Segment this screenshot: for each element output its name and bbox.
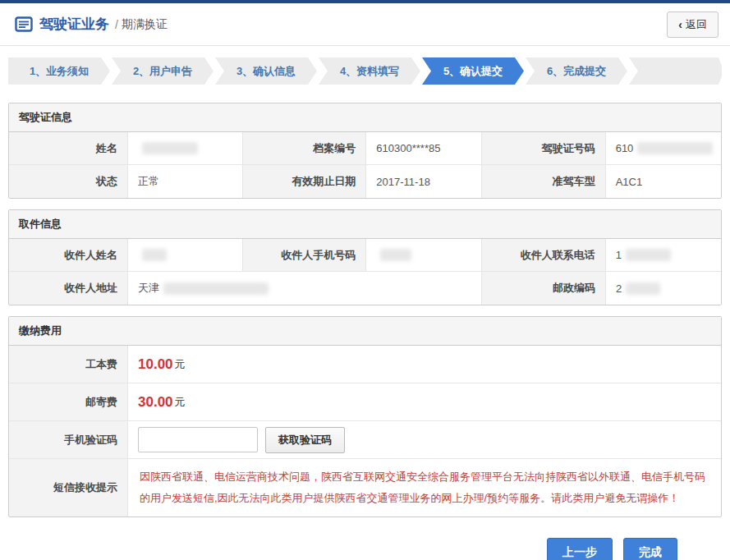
license-number-value: 610 bbox=[606, 132, 721, 165]
production-fee-value: 10.00 元 bbox=[128, 346, 721, 383]
step-label: 1、业务须知 bbox=[30, 64, 89, 79]
step-wizard: 1、业务须知 2、用户申告 3、确认信息 4、资料填写 5、确认提交 6、完成提… bbox=[8, 57, 722, 85]
sms-notice-text: 因陕西省联通、电信运营商技术问题，陕西省互联网交通安全综合服务管理平台无法向持陕… bbox=[128, 459, 721, 516]
table-row: 邮寄费 30.00 元 bbox=[9, 383, 721, 421]
recipient-address-value: 天津 bbox=[128, 272, 482, 305]
redaction-blur bbox=[380, 249, 411, 261]
get-sms-code-button[interactable]: 获取验证码 bbox=[265, 427, 345, 453]
table-row: 短信接收提示 因陕西省联通、电信运营商技术问题，陕西省互联网交通安全综合服务管理… bbox=[9, 459, 721, 516]
finish-button[interactable]: 完成 bbox=[623, 538, 677, 560]
recipient-phone-value: 1 bbox=[606, 239, 721, 272]
file-number-label: 档案编号 bbox=[243, 132, 366, 165]
page-title: 驾驶证业务 bbox=[39, 15, 109, 34]
table-row: 姓名 档案编号 610300****85 驾驶证号码 610 bbox=[9, 132, 721, 165]
step-label: 2、用户申告 bbox=[133, 64, 192, 79]
previous-step-button[interactable]: 上一步 bbox=[547, 538, 613, 560]
status-label: 状态 bbox=[9, 165, 128, 198]
table-row: 手机验证码 获取验证码 bbox=[9, 421, 721, 459]
fees-section: 缴纳费用 工本费 10.00 元 邮寄费 30.00 元 手机验证码 获取验证码… bbox=[8, 316, 722, 517]
pickup-info-section-title: 取件信息 bbox=[9, 210, 721, 239]
pickup-info-section: 取件信息 收件人姓名 收件人手机号码 收件人联系电话 1 收件人地址 天津 邮政… bbox=[8, 209, 722, 305]
breadcrumb-current: 期满换证 bbox=[122, 17, 168, 32]
sms-notice-label: 短信接收提示 bbox=[9, 459, 128, 516]
step-6-complete-submit[interactable]: 6、完成提交 bbox=[526, 57, 627, 85]
step-label: 4、资料填写 bbox=[340, 64, 399, 79]
redaction-blur bbox=[637, 142, 713, 154]
recipient-name-value bbox=[128, 239, 243, 272]
production-fee-unit: 元 bbox=[175, 357, 186, 372]
recipient-address-label: 收件人地址 bbox=[9, 272, 128, 305]
production-fee-amount: 10.00 bbox=[138, 356, 173, 373]
postage-fee-value: 30.00 元 bbox=[128, 383, 721, 421]
vehicle-class-value: A1C1 bbox=[606, 165, 721, 198]
step-5-confirm-submit[interactable]: 5、确认提交 bbox=[422, 57, 524, 85]
step-label: 6、完成提交 bbox=[547, 64, 606, 79]
license-info-section-title: 驾驶证信息 bbox=[9, 103, 721, 132]
postage-fee-amount: 30.00 bbox=[138, 394, 173, 411]
recipient-name-label: 收件人姓名 bbox=[9, 239, 128, 272]
page-header: 驾驶证业务 / 期满换证 ‹ 返回 bbox=[0, 3, 730, 46]
back-button-label: 返回 bbox=[686, 17, 707, 32]
step-label: 3、确认信息 bbox=[236, 64, 296, 79]
name-value bbox=[128, 132, 243, 165]
postal-code-value: 2 bbox=[606, 272, 721, 305]
redaction-blur bbox=[142, 249, 167, 261]
table-row: 收件人姓名 收件人手机号码 收件人联系电话 1 bbox=[9, 239, 721, 272]
fees-section-title: 缴纳费用 bbox=[9, 317, 721, 346]
production-fee-label: 工本费 bbox=[9, 346, 128, 383]
table-row: 工本费 10.00 元 bbox=[9, 346, 721, 383]
postage-fee-unit: 元 bbox=[175, 395, 186, 410]
license-number-label: 驾驶证号码 bbox=[482, 132, 606, 165]
recipient-phone-label: 收件人联系电话 bbox=[482, 239, 606, 272]
footer-actions: 上一步 完成 bbox=[0, 538, 730, 560]
redaction-blur bbox=[626, 249, 671, 261]
file-number-value: 610300****85 bbox=[366, 132, 481, 165]
table-row: 状态 正常 有效期止日期 2017-11-18 准驾车型 A1C1 bbox=[9, 165, 721, 198]
recipient-mobile-value bbox=[366, 239, 481, 272]
back-arrow-icon: ‹ bbox=[678, 19, 682, 30]
sms-code-input[interactable] bbox=[138, 427, 258, 452]
postal-code-label: 邮政编码 bbox=[482, 272, 606, 305]
redaction-blur bbox=[626, 282, 660, 295]
license-list-icon bbox=[15, 16, 33, 32]
redaction-blur bbox=[142, 142, 198, 154]
step-2-user-declaration[interactable]: 2、用户申告 bbox=[112, 57, 213, 85]
sms-code-cell: 获取验证码 bbox=[128, 421, 721, 459]
status-value: 正常 bbox=[128, 165, 243, 198]
license-info-section: 驾驶证信息 姓名 档案编号 610300****85 驾驶证号码 610 状态 … bbox=[8, 103, 722, 199]
breadcrumb-separator: / bbox=[115, 18, 118, 31]
step-label: 5、确认提交 bbox=[443, 64, 503, 79]
recipient-mobile-label: 收件人手机号码 bbox=[243, 239, 366, 272]
postage-fee-label: 邮寄费 bbox=[9, 383, 128, 421]
redaction-blur bbox=[163, 282, 269, 295]
step-4-fill-materials[interactable]: 4、资料填写 bbox=[319, 57, 420, 85]
name-label: 姓名 bbox=[9, 132, 128, 165]
step-3-confirm-info[interactable]: 3、确认信息 bbox=[215, 57, 317, 85]
table-row: 收件人地址 天津 邮政编码 2 bbox=[9, 272, 721, 305]
vehicle-class-label: 准驾车型 bbox=[482, 165, 606, 198]
expiry-date-value: 2017-11-18 bbox=[366, 165, 481, 198]
step-1-business-notice[interactable]: 1、业务须知 bbox=[8, 57, 110, 85]
expiry-date-label: 有效期止日期 bbox=[243, 165, 366, 198]
step-bar-filler bbox=[629, 57, 722, 85]
back-button[interactable]: ‹ 返回 bbox=[667, 11, 719, 38]
sms-code-label: 手机验证码 bbox=[9, 421, 128, 459]
